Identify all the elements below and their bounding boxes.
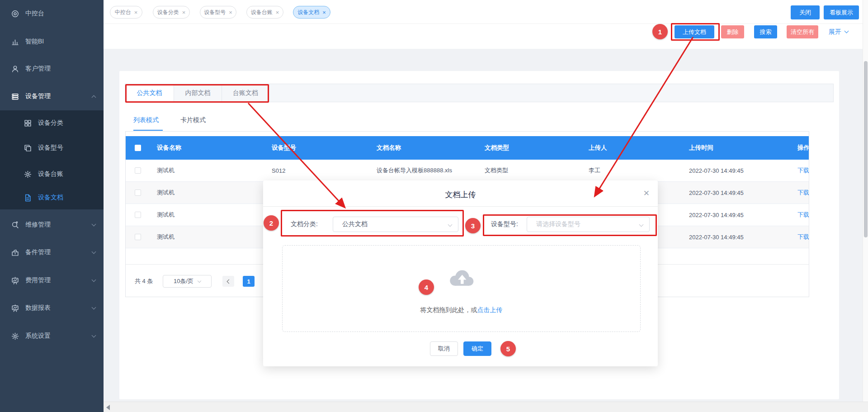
cell-device-name: 测试机: [150, 166, 264, 175]
horizontal-scrollbar[interactable]: [104, 402, 868, 412]
doc-category-value: 公共文档: [342, 220, 368, 228]
sidebar-item-system-settings[interactable]: 系统设置: [0, 325, 104, 347]
cell-upload-time: 2022-07-30 14:49:45: [682, 212, 790, 218]
sidebar-item-device-ledger[interactable]: 设备台账: [0, 163, 104, 185]
tab-close-icon[interactable]: ×: [276, 9, 279, 15]
modal-close-icon[interactable]: ✕: [643, 189, 650, 197]
modal-header-divider: [263, 206, 658, 207]
tab-label: 中控台: [115, 9, 131, 16]
vertical-scrollbar-thumb[interactable]: [864, 61, 868, 237]
confirm-button[interactable]: 确定: [463, 341, 491, 356]
col-header-device-model: 设备型号: [264, 144, 369, 152]
sidebar-item-label: 数据报表: [25, 304, 51, 312]
col-header-doc-type: 文档类型: [477, 144, 581, 152]
tab-label: 设备文档: [297, 9, 319, 16]
dropzone-text: 将文档拖到此处，或点击上传: [283, 306, 640, 314]
expand-toggle[interactable]: 展开: [829, 25, 848, 38]
cell-upload-time: 2022-07-30 14:49:45: [682, 189, 790, 196]
copy-icon: [24, 144, 32, 152]
sidebar-item-label: 设备管理: [25, 92, 51, 100]
sidebar-item-cost-mgmt[interactable]: 费用管理: [0, 270, 104, 291]
tab-card-mode[interactable]: 卡片模式: [180, 116, 206, 124]
search-button[interactable]: 搜索: [754, 25, 777, 38]
pagination-total: 共 4 条: [135, 275, 153, 288]
sidebar-item-device-mgmt[interactable]: 设备管理: [0, 85, 104, 107]
row-checkbox[interactable]: [135, 234, 141, 240]
bi-chart-icon: [11, 38, 19, 46]
sidebar-item-data-reports[interactable]: 数据报表: [0, 297, 104, 319]
tab-device-category[interactable]: 设备分类 ×: [153, 6, 190, 19]
chevron-down-icon: [92, 278, 96, 282]
sidebar-item-label: 智能BI: [25, 38, 44, 46]
chevron-down-icon: [92, 305, 96, 310]
doc-category-select[interactable]: 公共文档: [333, 217, 458, 232]
board-display-button[interactable]: 看板展示: [824, 5, 859, 19]
app-window: 中控台 智能BI 客户管理 设备管理 设备分类 设备型号 设备台账: [0, 0, 868, 412]
row-checkbox[interactable]: [135, 167, 141, 174]
page-number-button[interactable]: 1: [243, 276, 255, 287]
tab-list-mode[interactable]: 列表模式: [133, 116, 159, 124]
tab-internal-docs[interactable]: 内部文档: [174, 84, 222, 102]
col-header-doc-name: 文档名称: [369, 144, 477, 152]
prev-page-button[interactable]: [222, 276, 234, 287]
select-all-checkbox[interactable]: [135, 145, 141, 151]
tab-ledger-docs[interactable]: 台账文档: [222, 84, 269, 102]
click-upload-link[interactable]: 点击上传: [477, 306, 503, 313]
expand-label: 展开: [829, 28, 841, 36]
sidebar-item-label: 设备分类: [38, 119, 63, 127]
close-button[interactable]: 关闭: [791, 5, 820, 19]
sidebar-item-console[interactable]: 中控台: [0, 3, 104, 24]
chevron-left-icon: [227, 279, 231, 284]
tab-console[interactable]: 中控台 ×: [110, 6, 142, 19]
row-checkbox[interactable]: [135, 189, 141, 196]
tab-public-docs[interactable]: 公共文档: [125, 84, 174, 102]
cell-uploader: 李工: [581, 166, 682, 175]
sidebar-item-repair-mgmt[interactable]: 维修管理: [0, 214, 104, 236]
tab-device-model[interactable]: 设备型号 ×: [200, 6, 236, 19]
upload-dropzone[interactable]: 将文档拖到此处，或点击上传: [282, 245, 641, 332]
upload-modal: 文档上传 ✕ 文档分类: 公共文档 设备型号: 请选择设备型号 将文档拖到此处，…: [263, 180, 658, 366]
download-link[interactable]: 下载: [790, 233, 809, 241]
device-model-select[interactable]: 请选择设备型号: [527, 217, 650, 232]
vertical-scrollbar[interactable]: [863, 0, 868, 412]
sidebar-item-spareparts-mgmt[interactable]: 备件管理: [0, 242, 104, 263]
sidebar-item-device-category[interactable]: 设备分类: [0, 112, 104, 134]
row-checkbox[interactable]: [135, 212, 141, 218]
tab-close-icon[interactable]: ×: [322, 9, 326, 15]
drop-hint: 将文档拖到此处，或: [420, 306, 477, 313]
grid-icon: [24, 119, 32, 127]
tab-close-icon[interactable]: ×: [229, 9, 232, 15]
cell-doc-type: 文档类型: [477, 166, 581, 175]
tab-close-icon[interactable]: ×: [134, 9, 138, 15]
sidebar-item-device-model[interactable]: 设备型号: [0, 137, 104, 159]
customer-icon: [11, 65, 19, 73]
sidebar-item-customers[interactable]: 客户管理: [0, 58, 104, 80]
device-icon: [11, 92, 19, 100]
download-link[interactable]: 下载: [790, 211, 809, 219]
cell-device-name: 测试机: [150, 211, 264, 219]
sidebar-item-bi[interactable]: 智能BI: [0, 31, 104, 52]
upload-doc-button[interactable]: 上传文档: [675, 25, 714, 38]
download-link[interactable]: 下载: [790, 189, 809, 197]
scroll-left-arrow-icon[interactable]: [106, 405, 110, 410]
sidebar-item-device-docs[interactable]: 设备文档: [0, 187, 104, 208]
sidebar-item-label: 设备台账: [38, 170, 63, 178]
tab-device-ledger[interactable]: 设备台账 ×: [246, 6, 283, 19]
tab-device-docs[interactable]: 设备文档 ×: [293, 6, 330, 19]
chevron-down-icon: [198, 279, 201, 282]
sidebar-item-label: 系统设置: [25, 332, 51, 340]
presentation-chart-icon: [11, 276, 19, 284]
cell-upload-time: 2022-07-30 14:49:45: [682, 234, 790, 241]
table-row: 测试机 S012 设备台帐导入模板888888.xls 文档类型 李工 2022…: [126, 160, 809, 182]
tab-close-icon[interactable]: ×: [182, 9, 186, 15]
cancel-button[interactable]: 取消: [430, 341, 458, 356]
sidebar-item-label: 客户管理: [25, 65, 51, 73]
download-link[interactable]: 下载: [790, 166, 809, 175]
doc-type-tabs: 公共文档 内部文档 台账文档: [125, 84, 834, 102]
chevron-down-icon: [448, 223, 453, 227]
col-header-device-name: 设备名称: [150, 144, 264, 152]
clear-all-button[interactable]: 清空所有: [787, 25, 818, 38]
page-size-select[interactable]: 10条/页: [163, 275, 212, 288]
delete-button[interactable]: 删除: [721, 25, 744, 38]
col-header-action: 操作: [790, 144, 809, 152]
